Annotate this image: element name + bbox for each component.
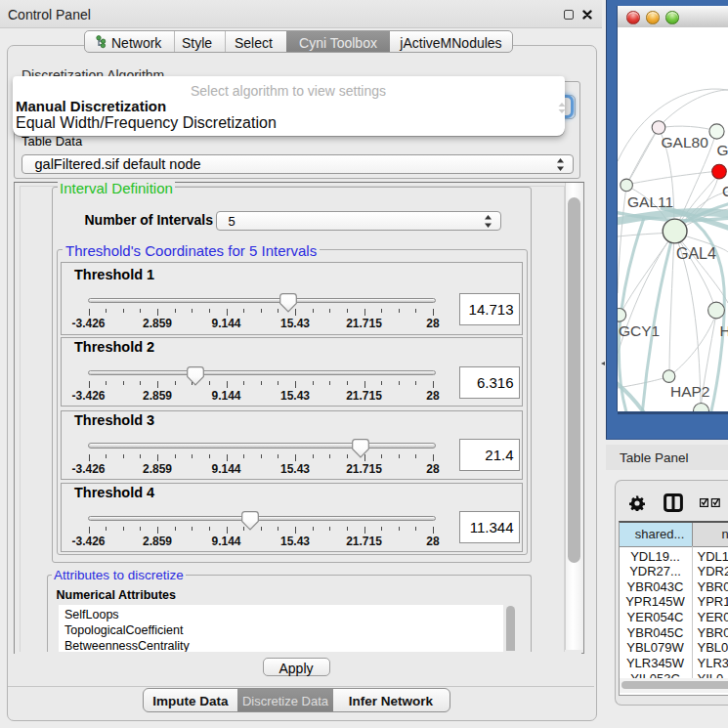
svg-text:HAP2: HAP2 <box>670 383 710 400</box>
svg-text:GA: GA <box>717 142 728 158</box>
svg-text:GAL4: GAL4 <box>676 245 716 262</box>
svg-text:GAL80: GAL80 <box>662 134 709 150</box>
svg-text:C: C <box>722 183 728 199</box>
svg-text:H: H <box>720 322 728 339</box>
svg-text:GAL11: GAL11 <box>627 193 673 210</box>
svg-text:GCY1: GCY1 <box>619 322 660 339</box>
